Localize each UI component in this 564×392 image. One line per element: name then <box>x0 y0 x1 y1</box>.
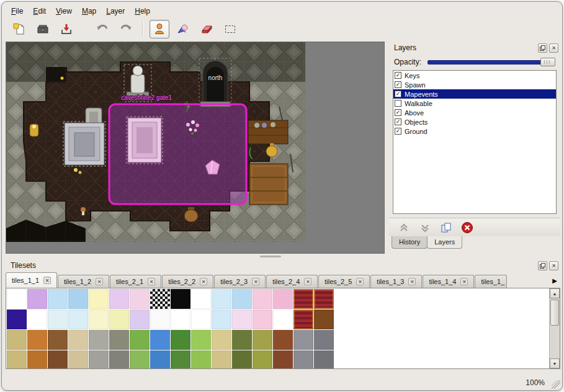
tile[interactable] <box>48 310 68 329</box>
tile[interactable] <box>293 310 313 329</box>
tile[interactable] <box>130 310 150 329</box>
layer-visibility-checkbox[interactable]: ✓ <box>395 128 401 135</box>
tile[interactable] <box>253 330 272 350</box>
select-tool-button[interactable] <box>220 20 240 38</box>
map-canvas-viewport[interactable]: north caveshrine2 gate1 <box>6 42 385 254</box>
lower-layer-button[interactable] <box>418 220 432 235</box>
tile[interactable] <box>253 289 272 309</box>
tile[interactable] <box>27 330 47 350</box>
tile[interactable] <box>7 310 27 329</box>
tile[interactable] <box>232 289 252 309</box>
close-tab-icon[interactable]: ✕ <box>148 278 155 285</box>
tileset-tab-tiles_1_2[interactable]: tiles_1_2✕ <box>58 275 109 288</box>
layer-row-above[interactable]: ✓Above <box>393 108 556 117</box>
layer-row-mapevents[interactable]: ✓Mapevents <box>393 89 556 99</box>
undo-button[interactable] <box>92 20 112 38</box>
tileset-tab-tiles_1_1[interactable]: tiles_1_1✕ <box>6 272 57 288</box>
tile[interactable] <box>89 330 109 350</box>
menu-help[interactable]: Help <box>130 6 154 17</box>
layer-row-objects[interactable]: ✓Objects <box>393 117 556 127</box>
tile[interactable] <box>7 350 27 369</box>
resize-grip[interactable] <box>552 380 560 389</box>
opacity-slider-track[interactable] <box>427 60 555 65</box>
layer-visibility-checkbox[interactable]: ✓ <box>395 81 401 88</box>
tileset-tab-tiles_2_2[interactable]: tiles_2_2✕ <box>162 275 213 288</box>
tile[interactable] <box>150 310 170 329</box>
redo-button[interactable] <box>116 20 136 38</box>
tile[interactable] <box>171 350 190 369</box>
tileset-tab-tiles_2_1[interactable]: tiles_2_1✕ <box>110 275 161 288</box>
close-tab-icon[interactable]: ✕ <box>43 277 51 284</box>
tile[interactable] <box>191 310 211 329</box>
menu-file[interactable]: File <box>7 6 27 17</box>
tile[interactable] <box>293 330 313 350</box>
tile[interactable] <box>273 350 293 369</box>
tile[interactable] <box>109 289 129 309</box>
tile[interactable] <box>212 289 231 309</box>
close-tab-icon[interactable]: ✕ <box>408 278 416 285</box>
tile[interactable] <box>273 289 293 309</box>
stamp-tool-button[interactable] <box>173 20 193 38</box>
tab-history[interactable]: History <box>392 236 427 249</box>
tile[interactable] <box>109 350 129 369</box>
tileset-tab-tiles_1_3[interactable]: tiles_1_3✕ <box>370 275 422 288</box>
close-tab-icon[interactable]: ✕ <box>460 278 468 285</box>
tile[interactable] <box>314 289 334 309</box>
tile[interactable] <box>314 350 334 369</box>
tile[interactable] <box>130 350 150 369</box>
tile[interactable] <box>48 350 68 369</box>
menu-map[interactable]: Map <box>78 6 101 17</box>
close-tab-icon[interactable]: ✕ <box>200 278 207 285</box>
tile[interactable] <box>212 350 231 369</box>
tile[interactable] <box>253 310 272 329</box>
tile[interactable] <box>68 330 88 350</box>
scroll-up-button[interactable]: ▲ <box>550 288 560 298</box>
tile[interactable] <box>171 330 190 350</box>
tile[interactable] <box>191 330 211 350</box>
tileset-tab-tiles_1_4[interactable]: tiles_1_4✕ <box>423 275 474 288</box>
tileset-tab-tiles_2_5[interactable]: tiles_2_5✕ <box>318 275 370 288</box>
tile[interactable] <box>89 289 109 309</box>
scroll-tabs-right-button[interactable]: ▶ <box>549 273 560 288</box>
eraser-tool-button[interactable] <box>197 20 217 38</box>
scroll-down-button[interactable]: ▼ <box>550 359 560 368</box>
tile[interactable] <box>191 289 211 309</box>
scrollbar-thumb[interactable] <box>550 300 559 326</box>
tile[interactable] <box>171 289 190 309</box>
tile[interactable] <box>89 350 109 369</box>
tile[interactable] <box>27 350 47 369</box>
tile[interactable] <box>150 330 170 350</box>
tile[interactable] <box>150 350 170 369</box>
tileset-view[interactable]: ▲ ▼ <box>6 288 560 369</box>
tile[interactable] <box>314 330 334 350</box>
tile[interactable] <box>48 330 68 350</box>
tile[interactable] <box>130 289 150 309</box>
float-panel-button[interactable] <box>538 43 547 53</box>
layer-visibility-checkbox[interactable]: ✓ <box>395 91 401 97</box>
tile[interactable] <box>293 289 313 309</box>
tile[interactable] <box>273 310 293 329</box>
close-panel-button[interactable]: ✕ <box>549 43 558 53</box>
save-button[interactable] <box>56 20 76 38</box>
tile[interactable] <box>191 350 211 369</box>
float-tilesets-button[interactable] <box>538 261 547 270</box>
tile[interactable] <box>232 310 252 329</box>
layer-visibility-checkbox[interactable]: ✓ <box>395 118 401 125</box>
character-tool-button[interactable] <box>150 20 169 38</box>
menu-layer[interactable]: Layer <box>102 6 129 17</box>
tile[interactable] <box>293 350 313 369</box>
layer-visibility-checkbox[interactable] <box>395 100 401 107</box>
layer-visibility-checkbox[interactable]: ✓ <box>395 72 401 79</box>
open-button[interactable] <box>33 20 53 38</box>
tile[interactable] <box>7 330 27 350</box>
new-map-button[interactable] <box>9 20 29 38</box>
layer-row-spawn[interactable]: ✓Spawn <box>393 80 556 89</box>
opacity-slider-handle[interactable] <box>540 58 555 66</box>
horizontal-splitter[interactable] <box>6 254 558 258</box>
tile[interactable] <box>212 310 231 329</box>
menu-view[interactable]: View <box>51 6 76 17</box>
tile[interactable] <box>89 310 109 329</box>
tile[interactable] <box>109 310 129 329</box>
opacity-slider[interactable] <box>427 58 555 66</box>
tile[interactable] <box>212 330 231 350</box>
